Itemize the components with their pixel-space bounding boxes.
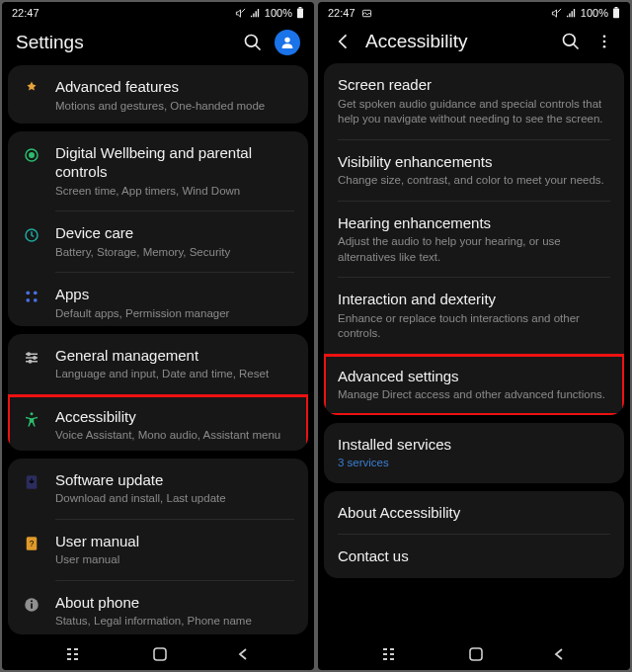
svg-point-25 [31,600,33,602]
settings-group: Installed services3 services [324,423,624,483]
account-avatar[interactable] [275,30,300,55]
settings-item-software-update[interactable]: Software updateDownload and install, Las… [8,459,308,519]
svg-point-12 [34,298,38,302]
settings-group: About AccessibilityContact us [324,491,624,578]
settings-item-hearing-enhancements[interactable]: Hearing enhancementsAdjust the audio to … [324,202,624,278]
settings-item-about-accessibility[interactable]: About Accessibility [324,491,624,535]
settings-item-visibility-enhancements[interactable]: Visibility enhancementsChange size, cont… [324,140,624,201]
settings-item-digital-wellbeing-and-parental-controls[interactable]: Digital Wellbeing and parental controlsS… [8,131,308,211]
item-title: About Accessibility [338,503,610,523]
item-subtitle: Download and install, Last update [55,491,294,507]
svg-point-10 [34,292,38,295]
item-title: Advanced settings [338,367,610,386]
item-title: User manual [55,532,294,551]
settings-item-general-management[interactable]: General managementLanguage and input, Da… [8,334,308,394]
item-subtitle: 3 services [338,456,610,471]
item-title: Accessibility [55,407,294,427]
settings-item-device-care[interactable]: Device careBattery, Storage, Memory, Sec… [8,211,308,272]
svg-point-11 [26,298,30,302]
settings-item-advanced-settings[interactable]: Advanced settingsManage Direct access an… [324,355,624,415]
accessibility-list: Screen readerGet spoken audio guidance a… [318,63,630,638]
status-bar: 22:47 100% [318,2,630,24]
settings-item-apps[interactable]: AppsDefault apps, Permission manager [8,273,308,325]
svg-point-16 [28,353,30,355]
settings-item-user-manual[interactable]: ?User manualUser manual [8,520,308,580]
settings-group: Software updateDownload and install, Las… [8,459,308,634]
advanced-features-icon [22,79,41,99]
item-subtitle: Manage Direct access and other advanced … [338,387,610,403]
svg-point-41 [603,45,606,48]
svg-point-17 [34,356,36,358]
battery-icon [296,7,304,19]
settings-group: Screen readerGet spoken audio guidance a… [324,63,624,415]
nav-bar [318,638,630,670]
appbar: Settings [2,24,314,65]
phone-left: 22:47 100% Settings Advanced featuresMot… [2,2,314,670]
item-title: Digital Wellbeing and parental controls [55,143,294,182]
status-bar: 22:47 100% [2,2,314,24]
svg-point-19 [31,412,34,415]
phone-right: 22:47 100% Accessibility [318,2,630,670]
item-title: Installed services [338,435,610,455]
nav-home[interactable] [468,646,484,662]
svg-rect-2 [299,7,302,9]
item-title: Visibility enhancements [338,152,610,172]
item-subtitle: Adjust the audio to help your hearing, o… [338,234,610,265]
apps-icon [22,287,41,306]
settings-item-accessibility[interactable]: AccessibilityVoice Assistant, Mono audio… [8,395,308,451]
svg-line-38 [574,44,579,49]
user-manual-icon: ? [22,534,41,553]
settings-item-about-phone[interactable]: About phoneStatus, Legal information, Ph… [8,581,308,634]
nav-home[interactable] [152,646,168,662]
nav-recents[interactable] [382,647,400,661]
back-button[interactable] [332,30,356,53]
item-title: General management [55,346,294,366]
item-title: About phone [55,593,294,613]
nav-back[interactable] [236,647,250,661]
svg-point-5 [284,38,289,42]
nav-back[interactable] [552,647,566,661]
screenshot-icon [361,8,372,19]
item-title: Apps [55,285,294,304]
svg-point-7 [30,152,35,157]
search-button[interactable] [559,30,583,53]
mute-icon [551,8,562,19]
item-subtitle: Enhance or replace touch interactions an… [338,311,610,342]
more-button[interactable] [592,30,616,53]
item-subtitle: Language and input, Date and time, Reset [55,367,294,382]
svg-rect-1 [297,9,303,19]
device-care-icon [22,225,41,245]
item-title: Contact us [338,546,610,566]
settings-item-advanced-features[interactable]: Advanced featuresMotions and gestures, O… [8,65,308,124]
settings-item-screen-reader[interactable]: Screen readerGet spoken audio guidance a… [324,63,624,139]
item-title: Advanced features [55,77,294,97]
page-title: Accessibility [365,31,549,52]
item-subtitle: User manual [55,552,294,568]
svg-point-37 [564,35,576,46]
accessibility-icon [22,409,41,429]
svg-rect-32 [154,648,166,660]
status-time: 22:47 [328,7,356,19]
software-update-icon [22,472,41,492]
settings-item-installed-services[interactable]: Installed services3 services [324,423,624,483]
item-subtitle: Battery, Storage, Memory, Security [55,245,294,261]
item-title: Software update [55,470,294,490]
settings-list: Advanced featuresMotions and gestures, O… [2,65,314,638]
svg-point-9 [26,292,30,295]
svg-line-0 [241,8,245,12]
item-subtitle: Screen time, App timers, Wind Down [55,184,294,200]
battery-pct: 100% [265,7,292,19]
search-button[interactable] [241,31,265,54]
about-phone-icon [22,595,41,615]
settings-item-interaction-and-dexterity[interactable]: Interaction and dexterityEnhance or repl… [324,278,624,354]
battery-icon [612,7,620,19]
item-subtitle: Motions and gestures, One-handed mode [55,99,294,115]
svg-point-3 [246,36,258,47]
svg-rect-35 [613,9,619,19]
settings-item-contact-us[interactable]: Contact us [324,535,624,578]
nav-recents[interactable] [66,647,84,661]
status-time: 22:47 [12,7,40,19]
wellbeing-icon [22,145,41,165]
svg-line-4 [256,45,261,50]
settings-group: Advanced featuresMotions and gestures, O… [8,65,308,124]
